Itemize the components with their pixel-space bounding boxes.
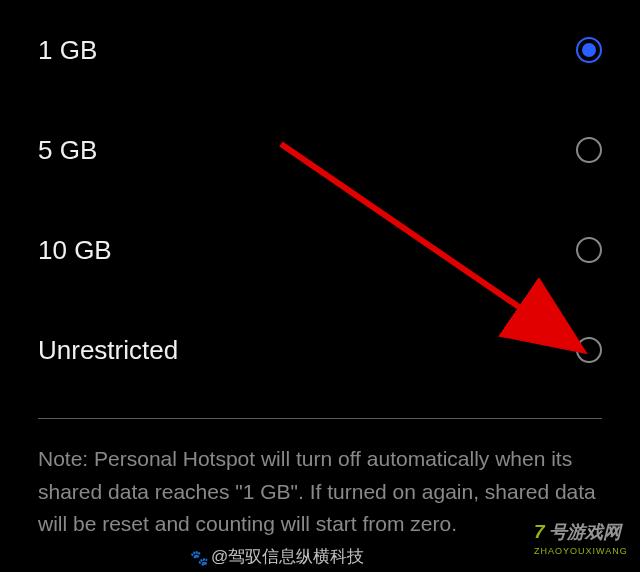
option-label: Unrestricted [38,335,178,366]
data-limit-options: 1 GB 5 GB 10 GB Unrestricted [0,0,640,400]
option-label: 1 GB [38,35,97,66]
watermark-source-text: @驾驭信息纵横科技 [211,547,364,566]
option-unrestricted[interactable]: Unrestricted [38,300,602,400]
option-1gb[interactable]: 1 GB [38,0,602,100]
watermark-source: 🐾@驾驭信息纵横科技 [190,545,364,568]
option-10gb[interactable]: 10 GB [38,200,602,300]
paw-icon: 🐾 [190,549,209,567]
option-5gb[interactable]: 5 GB [38,100,602,200]
option-label: 5 GB [38,135,97,166]
option-label: 10 GB [38,235,112,266]
watermark-logo-top: 7 [534,521,546,542]
radio-5gb[interactable] [576,137,602,163]
watermark-logo: 7 号游戏网 ZHAOYOUXIWANG [532,510,632,564]
watermark-logo-bottom: ZHAOYOUXIWANG [534,546,628,556]
radio-1gb[interactable] [576,37,602,63]
radio-10gb[interactable] [576,237,602,263]
radio-unrestricted[interactable] [576,337,602,363]
watermark-logo-top-text: 号游戏网 [549,522,623,542]
